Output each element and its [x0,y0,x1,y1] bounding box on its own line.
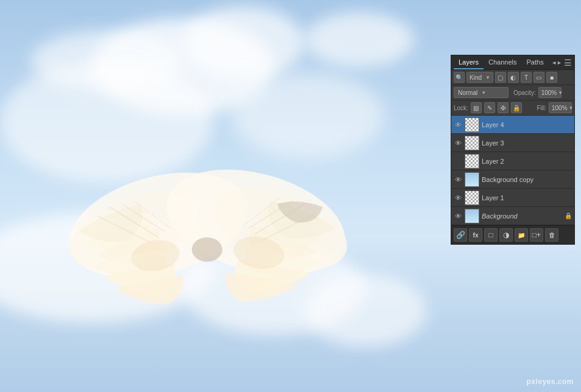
lock-image-btn[interactable]: ✎ [484,102,495,113]
lock-transparent-btn[interactable]: ▧ [471,102,482,113]
visibility-icon-3[interactable]: 👁 [454,139,462,147]
kind-chevron: ▼ [485,75,490,80]
layer-name-4: Layer 4 [482,121,572,128]
layer-name-3: Layer 3 [482,139,572,147]
kind-dropdown[interactable]: Kind ▼ [467,72,493,83]
layer-lock-icon: 🔒 [565,212,572,219]
panel-header: Layers Channels Paths ◄► ☰ [451,55,574,70]
layers-list: 👁 Layer 4 👁 Layer 3 Layer [451,116,574,225]
visibility-icon-bg-copy[interactable]: 👁 [454,175,462,184]
layer-thumb-bg [465,209,479,223]
smart-filter-btn[interactable]: ■ [546,72,557,83]
collapse-icon[interactable]: ◄► [551,60,562,66]
watermark: pxleyes.com [526,377,574,386]
visibility-empty-2 [454,157,462,166]
new-layer-btn[interactable]: □+ [530,228,543,242]
main-container: pxleyes.com Layers Channels Paths ◄► ☰ 🔍… [0,0,581,392]
lock-position-btn[interactable]: ✠ [498,102,509,113]
layer-row-bg[interactable]: 👁 Background 🔒 [451,207,574,225]
fill-label: Fill: [537,105,546,111]
opacity-chevron: ▼ [558,90,563,96]
opacity-input[interactable]: 100% ▼ [538,87,562,98]
layer-row-1[interactable]: 👁 Layer 1 [451,189,574,207]
type-filter-btn[interactable]: T [521,72,532,83]
visibility-icon-bg[interactable]: 👁 [454,212,462,220]
panel-menu-icon[interactable]: ☰ [564,58,572,68]
tab-channels[interactable]: Channels [484,56,521,69]
panel-toolbar: 🔗 fx □ ◑ 📁 □+ 🗑 [451,225,574,244]
layer-row-4[interactable]: 👁 Layer 4 [451,116,574,134]
lock-label: Lock: [454,105,468,111]
layer-thumb-3 [465,136,479,150]
layer-row-bg-copy[interactable]: 👁 Background copy [451,170,574,189]
shape-filter-btn[interactable]: ▭ [533,72,544,83]
lock-row: Lock: ▧ ✎ ✠ 🔒 Fill: 100% ▼ [451,100,574,116]
layer-thumb-1 [465,191,479,205]
layer-thumb-bg-copy [465,172,479,187]
fill-input[interactable]: 100% ▼ [549,102,572,113]
group-btn[interactable]: 📁 [515,228,528,242]
wings-image [61,110,353,323]
layer-row-2[interactable]: Layer 2 [451,152,574,170]
visibility-icon-4[interactable]: 👁 [454,121,462,129]
layer-name-bg: Background [482,212,562,220]
add-mask-btn[interactable]: □ [484,228,498,242]
pixel-filter-btn[interactable]: ▢ [495,72,506,83]
layer-thumb-4 [465,117,479,132]
fx-btn[interactable]: fx [469,228,482,242]
lock-all-btn[interactable]: 🔒 [511,102,522,113]
layer-thumb-2 [465,154,479,169]
svg-point-14 [192,237,222,262]
fill-chevron: ▼ [569,105,574,111]
layer-row-3[interactable]: 👁 Layer 3 [451,134,574,152]
layers-panel: Layers Channels Paths ◄► ☰ 🔍 Kind ▼ ▢ ◐ … [451,55,575,245]
blend-mode-dropdown[interactable]: Normal ▼ [454,87,509,98]
delete-layer-btn[interactable]: 🗑 [545,228,558,242]
visibility-icon-1[interactable]: 👁 [454,194,462,202]
search-icon[interactable]: 🔍 [454,72,465,83]
blend-chevron: ▼ [481,90,486,96]
adjustments-btn[interactable]: ◑ [499,228,513,242]
layer-name-1: Layer 1 [482,194,572,201]
tab-paths[interactable]: Paths [522,56,549,69]
tab-layers[interactable]: Layers [454,56,484,69]
kind-row: 🔍 Kind ▼ ▢ ◐ T ▭ ■ [451,70,574,85]
layer-name-bg-copy: Background copy [482,176,572,183]
layer-name-2: Layer 2 [482,158,572,165]
blend-row: Normal ▼ Opacity: 100% ▼ [451,85,574,100]
adjustment-filter-btn[interactable]: ◐ [508,72,519,83]
link-layers-btn[interactable]: 🔗 [454,228,467,242]
opacity-label: Opacity: [513,89,536,96]
